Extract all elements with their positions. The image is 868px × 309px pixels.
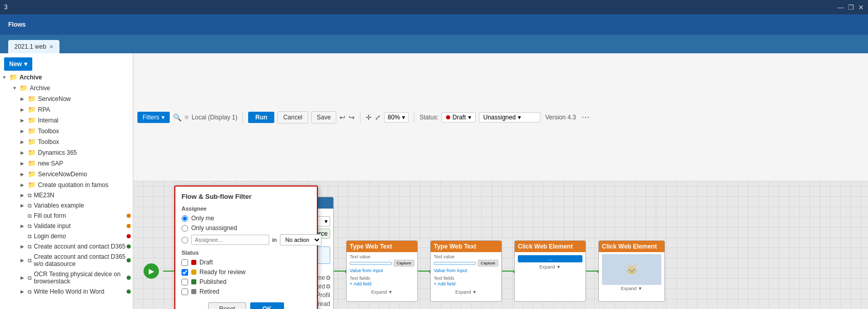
assignee-input[interactable]: [191, 235, 269, 245]
main-layout: New ▾ ▼ 📁 Archive ▼ 📁 Archive ▶ 📁 Servic…: [0, 53, 868, 309]
checkbox-published[interactable]: Published: [181, 278, 311, 285]
chevron-icon: ▶: [21, 150, 28, 155]
sidebar-item-toolbox[interactable]: ▶ 📁 Toolbox: [16, 126, 133, 136]
local-indicator: [185, 115, 189, 119]
checkbox-retired[interactable]: Retired: [181, 288, 311, 295]
fit-icon[interactable]: ⤢: [375, 113, 381, 121]
sidebar-label: Toolbox: [38, 128, 59, 135]
expand-button[interactable]: Expand ▼: [518, 263, 582, 271]
sidebar-item-new-sap[interactable]: ▶ 📁 new SAP: [16, 158, 133, 169]
sidebar-item-servicenow-demo[interactable]: ▶ 📁 ServiceNowDemo: [16, 169, 133, 179]
new-button[interactable]: New ▾: [4, 57, 32, 71]
checkbox-ready-for-review[interactable]: Ready for review: [181, 269, 311, 276]
reset-button[interactable]: Reset: [208, 302, 246, 309]
checkbox-draft[interactable]: Draft: [181, 259, 311, 266]
zoom-control[interactable]: 80% ▾: [384, 112, 409, 122]
radio-only-me[interactable]: Only me: [181, 215, 311, 222]
text-value-input[interactable]: [434, 262, 476, 265]
checkbox-ready-input[interactable]: [181, 269, 188, 276]
checkbox-draft-input[interactable]: [181, 259, 188, 266]
capture-button[interactable]: Capture: [478, 260, 498, 266]
text-value-input[interactable]: [350, 262, 392, 265]
radio-only-unassigned[interactable]: Only unassigned: [181, 224, 311, 232]
filters-button[interactable]: Filters ▾: [137, 112, 170, 123]
chevron-icon: ▶: [21, 244, 28, 249]
sidebar-item-variables[interactable]: ▶ ⧉ Variables example: [16, 200, 133, 211]
sidebar-label: ServiceNowDemo: [38, 171, 87, 178]
sidebar-label: Dynamics 365: [38, 149, 77, 156]
add-field-button[interactable]: + Add field: [350, 281, 414, 286]
folder-icon: 📁: [28, 170, 36, 178]
sidebar-item-create-d365[interactable]: ▶ ⧉ Create account and contact D365: [16, 241, 133, 252]
tab-label: 2021.1 web: [14, 43, 46, 50]
value-from-input[interactable]: Value from input: [350, 267, 414, 274]
save-button[interactable]: Save: [311, 111, 336, 123]
node-body: ... Expand ▼: [515, 252, 586, 273]
minimize-button[interactable]: —: [837, 4, 844, 11]
flow-canvas[interactable]: ▶ ▶ Start Web Browser Browser to start: [133, 181, 868, 309]
maximize-button[interactable]: ❐: [848, 4, 854, 11]
radio-only-unassigned-input[interactable]: [181, 225, 188, 232]
checkbox-published-input[interactable]: [181, 279, 188, 285]
close-button[interactable]: ✕: [858, 4, 864, 11]
folder-icon: 📁: [28, 159, 36, 167]
sidebar-item-servicenow[interactable]: ▶ 📁 ServiceNow: [16, 93, 133, 104]
cancel-button[interactable]: Cancel: [277, 111, 308, 123]
tab-2021-web[interactable]: 2021.1 web ✕: [8, 40, 59, 53]
search-icon[interactable]: 🔍: [173, 113, 181, 121]
run-button[interactable]: Run: [248, 112, 274, 123]
draft-status-dropdown[interactable]: Draft ▾: [441, 112, 475, 122]
redo-icon[interactable]: ↪: [349, 113, 355, 121]
ok-button[interactable]: OK: [250, 302, 284, 309]
sidebar-item-learning-centre[interactable]: ▶ 📁 Toolbox: [16, 136, 133, 147]
sidebar-label: Login demo: [34, 233, 66, 240]
sidebar-item-write-hello[interactable]: ▶ ⧉ Write Hello World in Word: [16, 286, 133, 297]
flow-icon: ⧉: [28, 202, 32, 209]
expand-button[interactable]: Expand ▼: [434, 289, 498, 296]
sidebar-label: Create quotation in famos: [38, 181, 108, 189]
title-bar-controls: — ❐ ✕: [837, 4, 864, 11]
sidebar-item-create-quotation[interactable]: ▶ 📁 Create quotation in famos: [16, 179, 133, 190]
sidebar-item-me23n[interactable]: ▶ ⧉ ME23N: [16, 190, 133, 200]
checkbox-retired-input[interactable]: [181, 289, 188, 295]
sidebar-item-dynamics365[interactable]: ▶ 📁 Dynamics 365: [16, 147, 133, 158]
separator: [243, 112, 243, 122]
text-fields-field: Text fields + Add field: [434, 276, 498, 286]
tab-close-icon[interactable]: ✕: [49, 44, 53, 50]
expand-button[interactable]: Expand ▼: [602, 285, 661, 292]
more-options-icon[interactable]: ⋯: [581, 112, 590, 122]
assignee-dropdown[interactable]: Unassigned ▾: [479, 112, 540, 122]
status-dot: [127, 234, 131, 238]
sidebar-item-validate-input[interactable]: ▶ ⧉ Validate input: [16, 221, 133, 231]
add-field-button[interactable]: + Add field: [434, 281, 498, 286]
sidebar-item-internal[interactable]: ▶ 📁 Internal: [16, 115, 133, 126]
action-select[interactable]: No action: [280, 234, 321, 245]
sidebar-item-create-d365-wo[interactable]: ▶ ⧉ Create account and contact D365 w/o …: [16, 252, 133, 269]
folder-icon: 📁: [28, 127, 36, 135]
expand-button[interactable]: Expand ▼: [350, 289, 414, 296]
chevron-icon: ▶: [21, 258, 28, 263]
sidebar-item-archive-root[interactable]: ▼ 📁 Archive: [0, 72, 133, 83]
sidebar: New ▾ ▼ 📁 Archive ▼ 📁 Archive ▶ 📁 Servic…: [0, 53, 133, 309]
new-dropdown-icon[interactable]: ▾: [24, 60, 27, 68]
sidebar-item-fill-out-form[interactable]: ⧉ Fill out form: [16, 211, 133, 221]
value-from-input[interactable]: Value from input: [434, 267, 498, 274]
status-dot: [127, 244, 131, 249]
capture-button[interactable]: Capture: [394, 260, 414, 266]
undo-icon[interactable]: ↩: [339, 113, 346, 121]
radio-assignee-input[interactable]: [181, 237, 188, 243]
sidebar-item-archive[interactable]: ▼ 📁 Archive: [8, 83, 133, 93]
text-value-field: Text value Capture Value from input: [350, 254, 414, 274]
element-selector[interactable]: ...: [518, 255, 582, 262]
sidebar-item-ocr[interactable]: ▶ ⧉ OCR Testing physical device on brows…: [16, 269, 133, 286]
flow-icon: ⧉: [28, 275, 32, 281]
sidebar-item-login-demo[interactable]: ⧉ Login demo: [16, 231, 133, 241]
sidebar-item-rpa[interactable]: ▶ 📁 RPA: [16, 104, 133, 115]
draft-checkbox-label: Draft: [199, 259, 213, 266]
unassigned-label: Unassigned: [483, 114, 516, 121]
move-icon[interactable]: ✛: [366, 113, 372, 121]
sidebar-label: Validate input: [34, 222, 71, 230]
radio-only-me-input[interactable]: [181, 215, 188, 222]
folder-icon: 📁: [28, 106, 36, 113]
node-header: Click Web Element: [599, 241, 664, 252]
